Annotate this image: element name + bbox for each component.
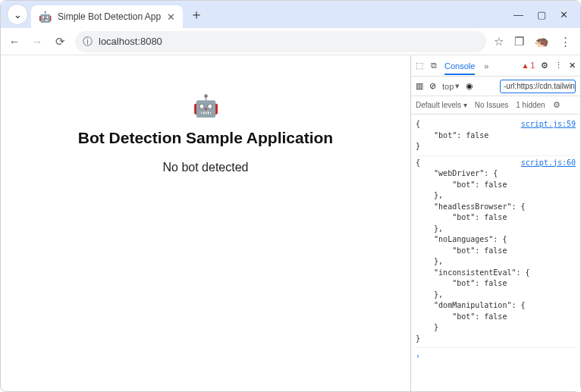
robot-icon: 🤖 (193, 93, 219, 118)
context-selector[interactable]: top ▾ (442, 81, 460, 91)
site-info-icon[interactable]: ⓘ (83, 35, 93, 49)
caret-down-icon: ▾ (455, 81, 460, 91)
chevron-down-icon: ⌄ (14, 9, 22, 20)
issues-label[interactable]: No Issues (475, 101, 508, 109)
devtools-tabbar: ⬚ ⧉ Console » ▲1 ⚙ ⋮ ✕ (411, 55, 580, 77)
minimize-icon[interactable]: — (513, 9, 523, 20)
more-tabs-icon[interactable]: » (484, 61, 488, 71)
favicon-icon: 🤖 (39, 11, 52, 23)
profile-avatar-icon[interactable]: 🦔 (535, 35, 549, 49)
reload-button[interactable]: ⟳ (52, 35, 68, 49)
console-settings-icon[interactable]: ⚙ (553, 100, 561, 110)
console-filter-input[interactable]: -url:https://cdn.tailwind ✕ (500, 80, 576, 93)
console-output[interactable]: script.js:59 { "bot": false } script.js:… (411, 114, 580, 391)
clear-console-icon[interactable]: ⊘ (429, 81, 436, 91)
live-expression-icon[interactable]: ◉ (466, 81, 473, 91)
console-log-entry: script.js:60 { "webDriver": { "bot": fal… (416, 156, 576, 349)
address-bar[interactable]: ⓘ localhost:8080 (75, 31, 486, 52)
log-body: { "webDriver": { "bot": false }, "headle… (416, 158, 576, 345)
extensions-icon[interactable]: ❐ (514, 35, 524, 49)
error-badge[interactable]: ▲1 (522, 61, 535, 70)
browser-tab[interactable]: 🤖 Simple Bot Detection App ✕ (31, 5, 183, 28)
tab-search-button[interactable]: ⌄ (7, 4, 28, 25)
bookmark-icon[interactable]: ☆ (494, 35, 504, 49)
titlebar: ⌄ 🤖 Simple Bot Detection App ✕ ＋ — ▢ ✕ (1, 1, 580, 28)
source-link[interactable]: script.js:60 (521, 158, 576, 169)
close-devtools-icon[interactable]: ✕ (569, 61, 576, 71)
console-prompt[interactable]: › (416, 348, 576, 365)
maximize-icon[interactable]: ▢ (537, 9, 546, 20)
devtools-panel: ⬚ ⧉ Console » ▲1 ⚙ ⋮ ✕ ▥ ⊘ top ▾ ◉ -url:… (410, 55, 580, 391)
console-settings-row: Default levels ▾ No Issues 1 hidden ⚙ (411, 96, 580, 114)
device-toolbar-icon[interactable]: ⧉ (431, 61, 437, 71)
hidden-count: 1 hidden (516, 101, 545, 109)
filter-text: -url:https://cdn.tailwind (504, 82, 576, 90)
forward-button[interactable]: → (30, 35, 45, 48)
page: 🤖 Bot Detection Sample Application No bo… (1, 55, 410, 391)
tab-title: Simple Bot Detection App (58, 11, 161, 22)
browser-window: ⌄ 🤖 Simple Bot Detection App ✕ ＋ — ▢ ✕ ←… (0, 0, 581, 392)
console-sidebar-icon[interactable]: ▥ (416, 81, 423, 91)
detection-status: No bot detected (163, 161, 249, 174)
settings-icon[interactable]: ⚙ (541, 61, 548, 71)
devtools-menu-icon[interactable]: ⋮ (554, 61, 563, 71)
close-window-icon[interactable]: ✕ (560, 9, 568, 20)
source-link[interactable]: script.js:59 (521, 119, 576, 130)
console-log-entry: script.js:59 { "bot": false } (416, 118, 576, 156)
console-toolbar: ▥ ⊘ top ▾ ◉ -url:https://cdn.tailwind ✕ (411, 77, 580, 96)
log-levels-selector[interactable]: Default levels ▾ (416, 101, 467, 109)
url-text: localhost:8080 (99, 36, 162, 47)
back-button[interactable]: ← (7, 35, 22, 48)
tab-console[interactable]: Console (444, 61, 475, 75)
menu-icon[interactable]: ⋮ (560, 35, 571, 49)
close-tab-icon[interactable]: ✕ (167, 11, 175, 23)
page-heading: Bot Detection Sample Application (78, 129, 333, 147)
new-tab-button[interactable]: ＋ (186, 4, 207, 25)
toolbar: ← → ⟳ ⓘ localhost:8080 ☆ ❐ 🦔 ⋮ (1, 28, 580, 55)
inspect-icon[interactable]: ⬚ (416, 61, 423, 71)
window-controls: — ▢ ✕ (513, 9, 576, 28)
content-area: 🤖 Bot Detection Sample Application No bo… (1, 55, 580, 391)
